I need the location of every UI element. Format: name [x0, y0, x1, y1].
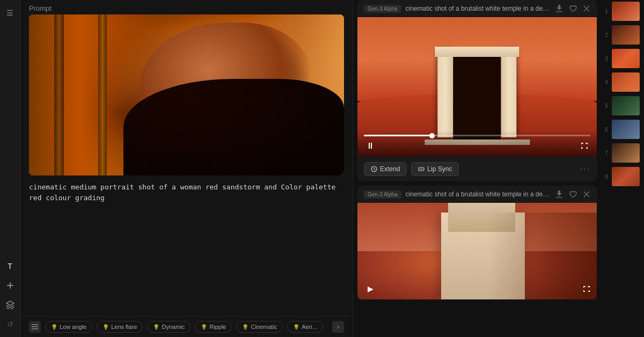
- tag-lens-flare[interactable]: 💡 Lens flare: [97, 321, 143, 333]
- right-panel: Gen-3 Alpha cinematic shot of a brutalis…: [353, 0, 601, 337]
- download-icon-1[interactable]: [555, 4, 564, 13]
- close-icon-1[interactable]: [583, 5, 590, 12]
- thumb-num-4: 4: [603, 79, 610, 85]
- bottom-bar: 💡 Low angle 💡 Lens flare 💡 Dynamic 💡 Rip…: [20, 316, 353, 337]
- video-card-2: Gen-3 Alpha cinematic shot of a brutalis…: [357, 186, 597, 299]
- svg-rect-3: [556, 11, 562, 12]
- list-icon[interactable]: [29, 321, 41, 333]
- extend-icon: [371, 166, 377, 172]
- thumb-item-1[interactable]: 1: [603, 0, 642, 23]
- thumb-item-8[interactable]: 8: [603, 165, 642, 188]
- thumb-num-8: 8: [603, 174, 610, 180]
- thumb-img-5[interactable]: [612, 96, 640, 115]
- thumb-num-7: 7: [603, 150, 610, 156]
- sidebar: ☰ T ↺: [0, 0, 20, 337]
- tag-icon: 💡: [153, 324, 159, 330]
- menu-icon[interactable]: ☰: [2, 4, 19, 21]
- thumb-img-1[interactable]: [612, 2, 640, 21]
- close-icon-2[interactable]: [583, 191, 590, 198]
- play-button-2[interactable]: ▶: [364, 282, 377, 295]
- video-title-1: cinematic shot of a brutalist white temp…: [406, 5, 551, 12]
- thumb-img-6[interactable]: [612, 120, 640, 139]
- thumb-img-3[interactable]: [612, 49, 640, 68]
- video-card-1: Gen-3 Alpha cinematic shot of a brutalis…: [357, 0, 597, 181]
- tag-dynamic[interactable]: 💡 Dynamic: [147, 321, 191, 333]
- video-header-actions-2: [555, 190, 590, 199]
- video-title-2: cinematic shot of a brutalist white temp…: [406, 191, 551, 198]
- video-header-1: Gen-3 Alpha cinematic shot of a brutalis…: [357, 0, 597, 17]
- desert-scene-2: [357, 203, 597, 299]
- thumbnail-strip: 1 2 3 4 5 6 7 8: [601, 0, 644, 337]
- prompt-header-label: Prompt: [20, 0, 353, 14]
- gen-badge-1: Gen-3 Alpha: [364, 5, 401, 13]
- progress-fill-1: [364, 135, 432, 136]
- tag-icon: 💡: [293, 324, 299, 330]
- action-buttons-1: Extend Lip Sync ···: [357, 157, 597, 181]
- heart-icon-1[interactable]: [569, 4, 577, 13]
- thumb-num-6: 6: [603, 127, 610, 133]
- tag-icon: 💡: [242, 324, 248, 330]
- thumb-item-4[interactable]: 4: [603, 71, 642, 93]
- download-icon-2[interactable]: [555, 190, 564, 199]
- thumb-item-3[interactable]: 3: [603, 47, 642, 70]
- layers-icon[interactable]: [2, 296, 19, 313]
- gen-badge-2: Gen-3 Alpha: [364, 191, 401, 199]
- left-panel: Prompt cinematic medium portrait shot of…: [20, 0, 353, 337]
- lip-sync-button[interactable]: Lip Sync: [411, 162, 459, 176]
- thumb-img-8[interactable]: [612, 167, 640, 186]
- preview-image: [29, 14, 344, 175]
- extend-button[interactable]: Extend: [364, 162, 407, 176]
- prompt-area[interactable]: cinematic medium portrait shot of a woma…: [29, 182, 344, 316]
- tag-cinematic[interactable]: 💡 Cinematic: [236, 321, 283, 333]
- lip-sync-icon: [418, 166, 425, 172]
- pause-button-1[interactable]: ⏸: [364, 140, 377, 152]
- temple-visual: [411, 38, 543, 143]
- thumb-item-2[interactable]: 2: [603, 24, 642, 46]
- progress-dot-1: [429, 133, 435, 138]
- text-icon[interactable]: T: [2, 258, 19, 275]
- svg-rect-0: [32, 324, 38, 325]
- thumb-item-7[interactable]: 7: [603, 142, 642, 164]
- thumb-num-3: 3: [603, 56, 610, 62]
- fullscreen-button-1[interactable]: [579, 140, 590, 152]
- tag-ripple[interactable]: 💡 Ripple: [195, 321, 232, 333]
- progress-bar-1[interactable]: [364, 135, 590, 136]
- brush-icon[interactable]: [2, 277, 19, 294]
- heart-icon-2[interactable]: [569, 190, 577, 199]
- thumb-num-2: 2: [603, 32, 610, 38]
- video-container-1: ⏸: [357, 17, 597, 157]
- tag-icon: 💡: [103, 324, 109, 330]
- thumb-img-7[interactable]: [612, 143, 640, 163]
- tag-aeri[interactable]: 💡 Aeri...: [287, 321, 323, 333]
- svg-rect-6: [556, 197, 562, 198]
- svg-rect-2: [32, 328, 38, 329]
- thumb-img-4[interactable]: [612, 72, 640, 92]
- svg-rect-1: [32, 326, 38, 327]
- thumb-img-2[interactable]: [612, 25, 640, 45]
- thumb-num-1: 1: [603, 9, 610, 14]
- undo-icon[interactable]: ↺: [3, 316, 18, 333]
- more-tags-button[interactable]: >: [332, 321, 344, 333]
- tag-low-angle[interactable]: 💡 Low angle: [45, 321, 92, 333]
- tag-icon: 💡: [51, 324, 57, 330]
- video-header-2: Gen-3 Alpha cinematic shot of a brutalis…: [357, 186, 597, 203]
- thumb-item-5[interactable]: 5: [603, 94, 642, 117]
- more-actions-button-1[interactable]: ···: [580, 164, 590, 174]
- prompt-textarea[interactable]: cinematic medium portrait shot of a woma…: [29, 182, 344, 252]
- fullscreen-button-2[interactable]: [581, 283, 592, 295]
- video-controls-1: ⏸: [357, 130, 597, 157]
- thumb-item-6[interactable]: 6: [603, 118, 642, 141]
- tag-icon: 💡: [201, 324, 207, 330]
- video-container-2: ▶: [357, 203, 597, 299]
- video-header-actions-1: [555, 4, 590, 13]
- thumb-num-5: 5: [603, 103, 610, 109]
- controls-row-1: ⏸: [364, 140, 590, 152]
